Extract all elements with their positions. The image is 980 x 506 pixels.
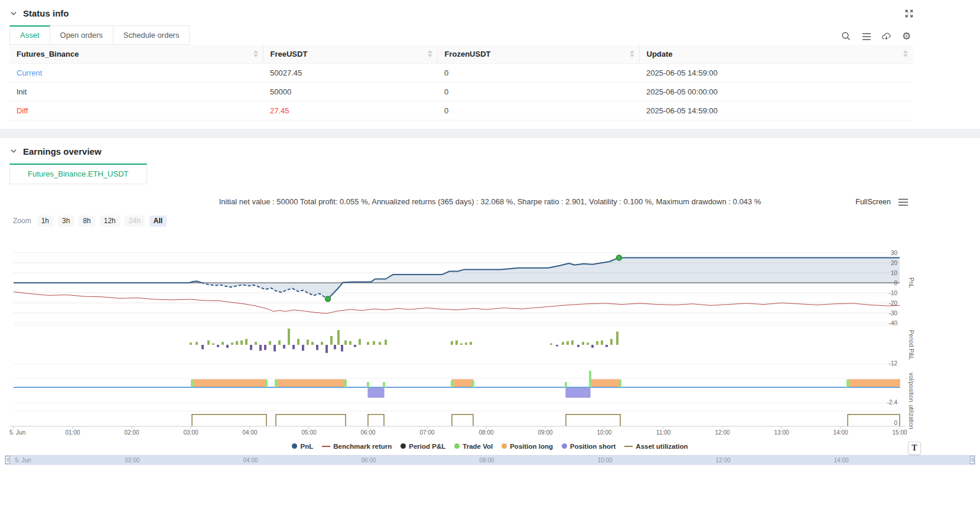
legend-item-period-p-l[interactable]: Period P&L: [401, 443, 445, 450]
row-label-current[interactable]: Current: [9, 63, 263, 82]
svg-text:15:00: 15:00: [892, 429, 907, 436]
tab-asset[interactable]: Asset: [9, 25, 50, 45]
chart-context-menu-icon[interactable]: [898, 197, 908, 207]
svg-text:-10: -10: [889, 289, 898, 296]
legend-item-position-short[interactable]: Position short: [562, 443, 616, 450]
svg-text:07:00: 07:00: [419, 429, 434, 436]
cell-update-current: 2025-06-05 14:59:00: [639, 63, 913, 82]
status-section: Status info Asset Open orders Schedule o…: [0, 0, 980, 120]
earnings-section-title: Earnings overview: [23, 146, 102, 156]
legend-label: PnL: [300, 443, 313, 450]
sort-icon[interactable]: [630, 50, 634, 57]
navigator-time-label: 5. Jun: [15, 457, 31, 463]
legend-marker: [292, 443, 297, 449]
legend-label: Asset utilization: [636, 443, 688, 450]
legend-item-pnl[interactable]: PnL: [292, 443, 313, 450]
tooltip-toggle-button[interactable]: T: [908, 442, 921, 455]
cell-free-current: 50027.45: [263, 63, 437, 82]
asset-table: Futures_Binance FreeUSDT FrozenUSDT Upda…: [9, 45, 913, 120]
svg-text:-12: -12: [889, 360, 898, 367]
svg-text:09:00: 09:00: [538, 429, 552, 436]
sort-icon[interactable]: [903, 50, 908, 57]
svg-text:11:00: 11:00: [656, 429, 671, 436]
chevron-down-icon[interactable]: [9, 147, 18, 155]
navigator-handle-right[interactable]: [970, 456, 975, 464]
axis-title-utilization: utilization: [908, 404, 914, 429]
chevron-down-icon[interactable]: [9, 9, 18, 18]
svg-text:-2.4: -2.4: [887, 399, 898, 406]
svg-text:03:00: 03:00: [183, 429, 198, 436]
legend-label: Position short: [570, 443, 616, 450]
legend-marker: [401, 443, 406, 449]
row-label-init: Init: [9, 82, 263, 101]
navigator-time-label: 02:00: [125, 457, 139, 463]
legend-label: Trade Vol: [463, 443, 493, 450]
tab-futures-binance-eth-usdt[interactable]: Futures_Binance.ETH_USDT: [9, 164, 147, 184]
cloud-download-icon[interactable]: [881, 31, 891, 41]
navigator-time-label: 14:00: [834, 457, 848, 463]
status-section-header: Status info: [0, 0, 980, 24]
cell-free-diff: 27.45: [263, 101, 437, 120]
status-section-title: Status info: [23, 8, 69, 18]
earnings-section-header: Earnings overview: [0, 138, 980, 162]
cell-free-init: 50000: [263, 82, 437, 101]
sort-icon[interactable]: [253, 50, 258, 57]
chart-plot-area[interactable]: 3020100-10-20-30-40-12-2.405. Jun01:0002…: [5, 227, 917, 439]
svg-text:30: 30: [891, 249, 898, 256]
axis-title-pnl: PnL: [908, 278, 914, 288]
legend-marker: [454, 443, 460, 449]
chart-legend: PnLBenchmark returnPeriod P&LTrade VolPo…: [0, 442, 980, 451]
zoom-24h-button[interactable]: 24h: [125, 216, 145, 227]
cell-update-diff: 2025-06-05 14:59:00: [639, 101, 913, 120]
zoom-1h-button[interactable]: 1h: [37, 216, 53, 227]
search-icon[interactable]: [841, 31, 851, 41]
svg-text:-20: -20: [889, 299, 898, 306]
cell-update-init: 2025-06-05 00:00:00: [639, 82, 913, 101]
zoom-12h-button[interactable]: 12h: [100, 216, 120, 227]
tab-schedule-orders[interactable]: Schedule orders: [113, 25, 190, 45]
density-menu-icon[interactable]: [861, 31, 871, 41]
status-tabs: Asset Open orders Schedule orders: [9, 25, 971, 45]
cell-frozen-diff: 0: [437, 101, 639, 120]
fullscreen-button[interactable]: FullScreen: [855, 198, 891, 206]
svg-text:08:00: 08:00: [478, 429, 493, 436]
legend-item-benchmark-return[interactable]: Benchmark return: [322, 443, 392, 450]
svg-text:02:00: 02:00: [124, 429, 139, 436]
legend-item-position-long[interactable]: Position long: [502, 443, 553, 450]
table-row-init: Init 50000 0 2025-06-05 00:00:00: [9, 82, 913, 101]
zoom-8h-button[interactable]: 8h: [79, 216, 95, 227]
svg-text:14:00: 14:00: [833, 429, 848, 436]
expand-icon[interactable]: [904, 9, 914, 18]
zoom-3h-button[interactable]: 3h: [58, 216, 74, 227]
chart-navigator[interactable]: 5. Jun02:0004:0006:0008:0010:0012:0014:0…: [5, 455, 975, 465]
table-toolbar: ⚙: [841, 31, 911, 41]
svg-text:10:00: 10:00: [597, 429, 611, 436]
svg-text:06:00: 06:00: [360, 429, 375, 436]
earnings-section: Earnings overview Futures_Binance.ETH_US…: [0, 138, 980, 465]
navigator-time-label: 12:00: [715, 457, 730, 463]
legend-label: Benchmark return: [333, 443, 392, 450]
svg-text:01:00: 01:00: [65, 429, 80, 436]
column-header-futures-binance[interactable]: Futures_Binance: [9, 45, 263, 63]
column-header-frozenusdt[interactable]: FrozenUSDT: [437, 45, 639, 63]
chart-zoom-controls: Zoom 1h 3h 8h 12h 24h All: [13, 216, 980, 227]
earnings-chart: 3020100-10-20-30-40-12-2.405. Jun01:0002…: [5, 227, 980, 441]
table-row-diff: Diff 27.45 0 2025-06-05 14:59:00: [9, 101, 913, 120]
column-header-update[interactable]: Update: [639, 45, 913, 63]
navigator-handle-left[interactable]: [5, 456, 10, 464]
navigator-time-label: 06:00: [361, 457, 376, 463]
tab-open-orders[interactable]: Open orders: [50, 25, 113, 45]
legend-label: Position long: [510, 443, 553, 450]
earnings-summary-row: Initial net value : 50000 Total profit: …: [0, 197, 980, 208]
legend-marker: [562, 443, 567, 449]
earnings-summary-text: Initial net value : 50000 Total profit: …: [219, 197, 761, 206]
gear-icon[interactable]: ⚙: [901, 31, 911, 41]
navigator-time-label: 04:00: [243, 457, 258, 463]
navigator-time-label: 08:00: [479, 457, 494, 463]
legend-item-asset-utilization[interactable]: Asset utilization: [624, 443, 688, 450]
zoom-all-button[interactable]: All: [149, 216, 167, 227]
column-header-freeusdt[interactable]: FreeUSDT: [263, 45, 437, 63]
legend-item-trade-vol[interactable]: Trade Vol: [454, 443, 493, 450]
cell-frozen-current: 0: [437, 63, 639, 82]
sort-icon[interactable]: [428, 50, 432, 57]
